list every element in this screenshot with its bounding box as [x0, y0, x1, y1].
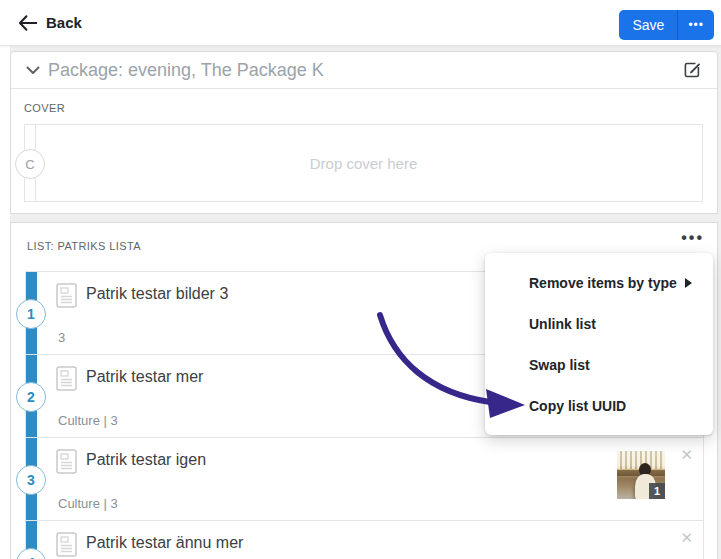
save-button[interactable]: Save: [619, 10, 677, 40]
cover-section: COVER C Drop cover here: [11, 89, 717, 202]
menu-item-swap-list[interactable]: Swap list: [485, 344, 713, 385]
item-number-badge: 1: [16, 299, 46, 329]
close-icon[interactable]: ✕: [680, 529, 693, 547]
menu-item-label: Unlink list: [529, 316, 596, 332]
item-meta: Culture | 3: [58, 413, 118, 428]
edit-icon[interactable]: [682, 60, 702, 80]
cover-dropzone[interactable]: C Drop cover here: [24, 124, 703, 202]
menu-item-label: Copy list UUID: [529, 398, 626, 414]
cover-label: COVER: [24, 102, 703, 114]
close-icon[interactable]: ✕: [680, 446, 693, 464]
item-meta: 3: [58, 330, 65, 345]
list-item[interactable]: 3 Patrik testar igen Culture | 3 1 ✕: [25, 437, 704, 521]
thumbnail-count-badge: 1: [649, 483, 665, 499]
save-more-button[interactable]: •••: [677, 10, 714, 40]
list-item[interactable]: 4 Patrik testar ännu mer ✕: [25, 520, 704, 559]
back-label: Back: [46, 14, 82, 31]
item-meta: Culture | 3: [58, 496, 118, 511]
arrow-left-icon: [18, 15, 37, 31]
item-title: Patrik testar bilder 3: [86, 285, 228, 303]
menu-item-label: Remove items by type: [529, 275, 677, 291]
document-icon: [56, 283, 77, 312]
package-header-row: Package: evening, The Package K: [11, 52, 717, 89]
package-title: Package: evening, The Package K: [48, 60, 682, 81]
item-title: Patrik testar igen: [86, 451, 206, 469]
cover-badge: C: [15, 149, 45, 179]
list-context-menu: Remove items by type Unlink list Swap li…: [485, 253, 713, 435]
list-label: LIST: PATRIKS LISTA: [27, 240, 141, 252]
menu-item-unlink-list[interactable]: Unlink list: [485, 303, 713, 344]
list-menu-kebab-icon[interactable]: •••: [681, 229, 704, 247]
chevron-down-icon[interactable]: [26, 66, 40, 75]
top-bar: Back Save •••: [0, 0, 721, 46]
menu-item-label: Swap list: [529, 357, 590, 373]
back-button[interactable]: Back: [18, 14, 82, 31]
dropzone-placeholder: Drop cover here: [310, 155, 418, 172]
document-icon: [56, 366, 77, 395]
item-title: Patrik testar mer: [86, 368, 203, 386]
menu-item-remove-items-by-type[interactable]: Remove items by type: [485, 262, 713, 303]
menu-item-copy-list-uuid[interactable]: Copy list UUID: [485, 385, 713, 426]
item-number-badge: 4: [16, 548, 46, 559]
item-number-badge: 3: [16, 465, 46, 495]
item-number-badge: 2: [16, 382, 46, 412]
item-title: Patrik testar ännu mer: [86, 534, 243, 552]
submenu-arrow-icon: [685, 278, 692, 288]
document-icon: [56, 532, 77, 559]
save-split-button: Save •••: [619, 10, 714, 40]
document-icon: [56, 449, 77, 478]
package-card: Package: evening, The Package K COVER C …: [10, 51, 718, 214]
item-thumbnail[interactable]: 1: [617, 451, 665, 499]
